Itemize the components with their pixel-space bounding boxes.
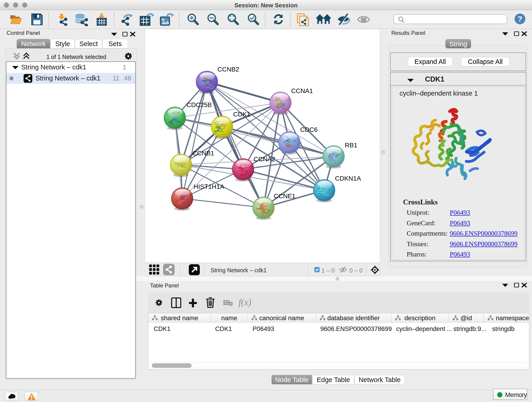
svg-text:RB1: RB1 — [345, 142, 357, 149]
svg-text:CCNA2: CCNA2 — [254, 156, 275, 163]
svg-text:CCNE1: CCNE1 — [274, 192, 296, 200]
svg-text:CDKN1A: CDKN1A — [335, 175, 361, 182]
svg-text:CDC25B: CDC25B — [186, 101, 212, 108]
svg-text:CCNB2: CCNB2 — [217, 66, 239, 73]
svg-text:HIST1H1A: HIST1H1A — [194, 183, 224, 190]
svg-text:CCNB1: CCNB1 — [192, 150, 214, 157]
svg-text:CDK1: CDK1 — [233, 111, 250, 118]
svg-text:CDC6: CDC6 — [300, 126, 317, 133]
svg-text:CCNA1: CCNA1 — [291, 87, 313, 95]
